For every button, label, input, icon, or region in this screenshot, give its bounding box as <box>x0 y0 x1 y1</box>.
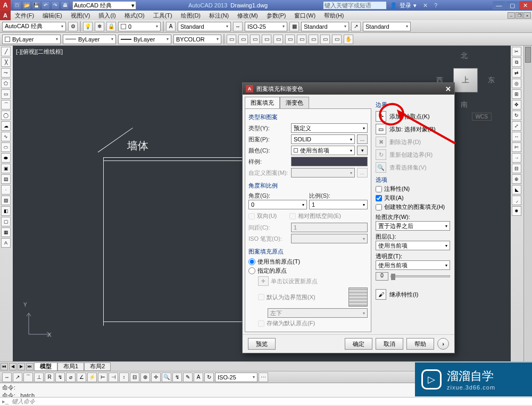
mleader-style-icon[interactable]: ↗ <box>351 22 361 31</box>
transparency-slider[interactable]: 0 <box>376 272 450 281</box>
stretch-icon[interactable]: ↔ <box>512 132 521 141</box>
dialog-close-button[interactable]: ✕ <box>445 85 451 93</box>
polygon-icon[interactable]: ⬠ <box>1 79 11 88</box>
layer-bulb-icon[interactable]: 💡 <box>83 22 93 31</box>
menu-dimension[interactable]: 标注(N) <box>205 12 233 20</box>
color-combo[interactable]: 使用当前项▾ <box>291 146 355 155</box>
xline-icon[interactable]: ╳ <box>1 57 11 67</box>
redo-icon[interactable]: ↷ <box>51 1 60 10</box>
viewport-icon[interactable]: ▭ <box>227 35 236 44</box>
viewport-icon[interactable]: ▭ <box>238 35 248 44</box>
circle-icon[interactable]: ◯ <box>1 111 11 120</box>
dim-break-icon[interactable]: ⊟ <box>130 373 139 382</box>
dim-ordinate-icon[interactable]: ⊥ <box>34 373 44 382</box>
fillet-icon[interactable]: ◞ <box>512 196 521 205</box>
mdi-close-button[interactable]: × <box>523 12 531 19</box>
viewport-icon[interactable]: ▭ <box>332 35 342 44</box>
mdi-restore-button[interactable]: ❐ <box>516 12 523 19</box>
viewport-icon[interactable]: ▭ <box>285 35 295 44</box>
tab-nav-first[interactable]: ⏮ <box>1 363 8 370</box>
rotate-icon[interactable]: ↻ <box>512 111 521 120</box>
help-icon[interactable]: ? <box>434 2 437 9</box>
dim-space-icon[interactable]: ↕ <box>119 373 129 382</box>
dim-continue-icon[interactable]: ⊣ <box>109 373 118 382</box>
tab-nav-next[interactable]: ▶ <box>18 363 25 370</box>
color-combo[interactable]: ByLayer▾ <box>2 35 61 44</box>
pattern-browse-button[interactable]: … <box>357 134 368 144</box>
menu-file[interactable]: 文件(F) <box>11 12 38 20</box>
origin-specified-radio[interactable]: 指定的原点 <box>248 267 368 275</box>
origin-current-radio[interactable]: 使用当前原点(T) <box>248 258 368 266</box>
pattern-combo[interactable]: SOLID▾ <box>291 134 355 144</box>
mirror-icon[interactable]: ⇄ <box>512 68 521 78</box>
spline-icon[interactable]: ∿ <box>1 132 11 141</box>
maximize-button[interactable]: ▢ <box>506 1 519 10</box>
tab-hatch[interactable]: 图案填充 <box>245 97 280 108</box>
compass-east[interactable]: 东 <box>488 75 495 85</box>
dim-jogged-lin-icon[interactable]: ↯ <box>172 373 182 382</box>
layer-freeze-icon[interactable]: ❄ <box>95 22 104 31</box>
pan-icon[interactable]: ✋ <box>344 35 353 44</box>
compass-north[interactable]: 北 <box>461 51 468 61</box>
layer-lock-icon[interactable]: 🔒 <box>106 22 116 31</box>
app-menu-icon[interactable]: A <box>0 11 11 20</box>
transparency-value[interactable]: 0 <box>376 272 388 281</box>
menu-edit[interactable]: 编辑(E) <box>38 12 66 20</box>
offset-icon[interactable]: ◎ <box>512 79 521 88</box>
ellipse-arc-icon[interactable]: ⬬ <box>1 153 11 163</box>
dim-style-combo[interactable]: ISO-25▾ <box>245 22 287 31</box>
dim-jogged-icon[interactable]: ↯ <box>55 373 65 382</box>
menu-modify[interactable]: 修改(M) <box>233 12 262 20</box>
layout-tab-1[interactable]: 布局1 <box>57 362 84 371</box>
open-icon[interactable]: 📂 <box>22 1 31 10</box>
exchange-icon[interactable]: ✕ <box>423 2 428 9</box>
erase-icon[interactable]: ✂ <box>512 47 521 56</box>
slider-track[interactable] <box>390 275 450 277</box>
dim-radius-icon[interactable]: R <box>45 373 54 382</box>
dim-edit-icon[interactable]: ✎ <box>183 373 193 382</box>
preview-button[interactable]: 预览 <box>248 338 276 350</box>
close-button[interactable]: ✕ <box>519 1 532 10</box>
ucs-icon[interactable]: Y X <box>23 302 55 345</box>
trim-icon[interactable]: ✄ <box>512 142 521 152</box>
menu-tools[interactable]: 工具(T) <box>149 12 177 20</box>
center-mark-icon[interactable]: ✛ <box>151 373 161 382</box>
color-more-button[interactable]: ▾ <box>357 146 368 155</box>
angle-combo[interactable]: 0▾ <box>248 200 307 209</box>
viewport-icon[interactable]: ▭ <box>250 35 260 44</box>
inherit-properties-button[interactable]: 🖌 继承特性(I) <box>376 289 450 300</box>
dim-style-icon[interactable]: ↔ <box>233 22 243 31</box>
add-pick-points-button[interactable]: ✛ 添加: 拾取点(K) <box>376 111 450 122</box>
undo-icon[interactable]: ↶ <box>41 1 50 10</box>
menu-view[interactable]: 视图(V) <box>66 12 95 20</box>
block-insert-icon[interactable]: ▣ <box>1 164 11 173</box>
viewport-icon[interactable]: ▭ <box>309 35 318 44</box>
hatch-icon[interactable]: ▨ <box>1 196 11 205</box>
mdi-minimize-button[interactable]: – <box>508 12 515 19</box>
point-icon[interactable]: · <box>1 185 11 194</box>
array-icon[interactable]: ⊞ <box>512 89 521 99</box>
wcs-label[interactable]: WCS <box>472 113 492 121</box>
extend-icon[interactable]: → <box>512 153 521 163</box>
menu-parametric[interactable]: 参数(P) <box>262 12 290 20</box>
revcloud-icon[interactable]: ☁ <box>1 121 11 131</box>
help-button[interactable]: 帮助 <box>406 338 434 350</box>
chamfer-icon[interactable]: ◣ <box>512 185 521 194</box>
ellipse-icon[interactable]: ⬭ <box>1 142 11 152</box>
scrollbar-thumb[interactable] <box>525 47 531 63</box>
layer-state-combo[interactable]: 0▾ <box>118 22 161 31</box>
sample-swatch[interactable] <box>291 157 368 166</box>
dim-style-manage-icon[interactable]: ⋯ <box>259 373 268 382</box>
tab-gradient[interactable]: 渐变色 <box>280 97 309 108</box>
table-style-icon[interactable]: ▦ <box>289 22 299 31</box>
ok-button[interactable]: 确定 <box>345 338 372 350</box>
lineweight-combo[interactable]: ByLayer▾ <box>118 35 171 44</box>
help-search-input[interactable]: 键入关键字或短语 <box>323 1 387 10</box>
view-cube-top[interactable]: 上 <box>453 68 478 92</box>
compass-south[interactable]: 南 <box>461 100 468 109</box>
scale-combo[interactable]: 1▾ <box>309 200 368 209</box>
viewport-label[interactable]: [-][俯视][二维线框] <box>16 48 63 56</box>
tab-nav-last[interactable]: ⏭ <box>26 363 34 370</box>
new-icon[interactable]: □ <box>13 1 21 10</box>
dim-style-combo-bottom[interactable]: ISO-25▾ <box>215 373 257 382</box>
